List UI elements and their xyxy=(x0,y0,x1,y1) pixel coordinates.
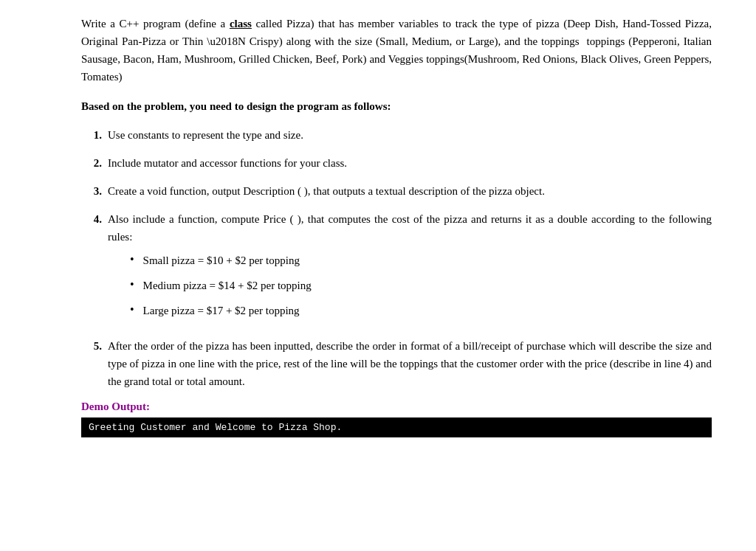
terminal-block: Greeting Customer and Welcome to Pizza S… xyxy=(81,417,712,437)
list-item-5: 5. After the order of the pizza has been… xyxy=(81,337,712,390)
list-content-3: Create a void function, output Descripti… xyxy=(108,182,712,200)
list-content-5: After the order of the pizza has been in… xyxy=(108,337,712,390)
list-text-4: Also include a function, compute Price (… xyxy=(108,213,712,243)
section-header: Based on the problem, you need to design… xyxy=(81,100,712,113)
list-item-1: 1. Use constants to represent the type a… xyxy=(81,126,712,144)
bullet-text-medium: Medium pizza = $14 + $2 per topping xyxy=(143,277,312,294)
list-num-1: 1. xyxy=(81,126,102,144)
list-num-3: 3. xyxy=(81,182,102,200)
bullet-text-small: Small pizza = $10 + $2 per topping xyxy=(143,252,300,269)
list-item-2: 2. Include mutator and accessor function… xyxy=(81,154,712,172)
demo-output-label: Demo Output: xyxy=(81,401,712,413)
main-list: 1. Use constants to represent the type a… xyxy=(81,126,712,390)
intro-paragraph: Write a C++ program (define a class call… xyxy=(81,15,712,86)
bullet-list: Small pizza = $10 + $2 per topping Mediu… xyxy=(130,252,712,319)
bullet-text-large: Large pizza = $17 + $2 per topping xyxy=(143,302,300,319)
bullet-item-medium: Medium pizza = $14 + $2 per topping xyxy=(130,277,712,294)
page-container: Write a C++ program (define a class call… xyxy=(0,0,756,452)
list-item-3: 3. Create a void function, output Descri… xyxy=(81,182,712,200)
terminal-text: Greeting Customer and Welcome to Pizza S… xyxy=(89,422,342,433)
bullet-item-small: Small pizza = $10 + $2 per topping xyxy=(130,252,712,269)
list-content-2: Include mutator and accessor functions f… xyxy=(108,154,712,172)
list-num-2: 2. xyxy=(81,154,102,172)
list-content-1: Use constants to represent the type and … xyxy=(108,126,712,144)
list-num-4: 4. xyxy=(81,210,102,327)
list-content-4: Also include a function, compute Price (… xyxy=(108,210,712,327)
list-num-5: 5. xyxy=(81,337,102,390)
bullet-item-large: Large pizza = $17 + $2 per topping xyxy=(130,302,712,319)
list-item-4: 4. Also include a function, compute Pric… xyxy=(81,210,712,327)
